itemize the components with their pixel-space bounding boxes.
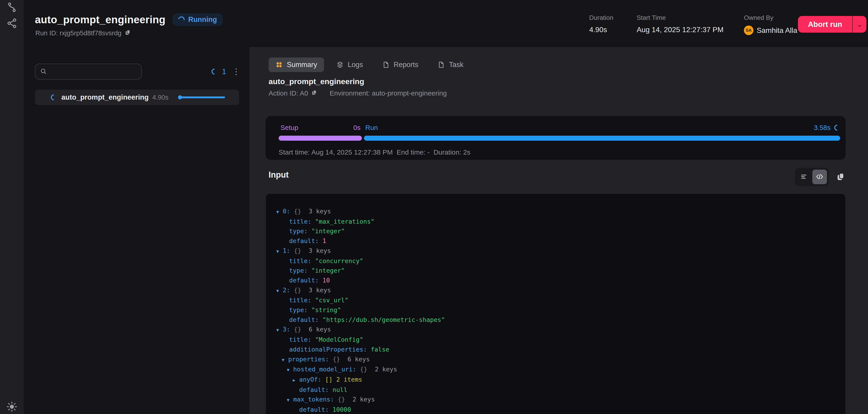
code-segment: {} <box>290 208 305 215</box>
theme-sun-icon[interactable] <box>6 401 17 412</box>
code-row: ▶anyOf: [] 2 items <box>266 375 845 385</box>
code-segment: 1 <box>319 237 326 244</box>
code-segment: 10000 <box>329 406 351 413</box>
code-row: type: "integer" <box>266 266 845 276</box>
tree-caret-icon[interactable]: ▼ <box>276 246 283 256</box>
sidebar-running-spinner-icon <box>210 67 219 76</box>
start-time-value: Aug 14, 2025 12:27:37 PM <box>637 26 731 34</box>
run-id: Run ID: rxjg5rp5d8tf78svsrdg <box>35 29 121 37</box>
search-input[interactable] <box>50 68 138 75</box>
code-segment: 6 keys <box>344 356 370 363</box>
copy-run-id-icon[interactable] <box>125 29 131 37</box>
run-header: auto_prompt_engineering Running Run ID: … <box>24 0 868 47</box>
copy-input-icon[interactable] <box>836 172 845 182</box>
search-icon <box>40 68 47 75</box>
main-content: SummaryLogsReportsTask auto_prompt_engin… <box>250 47 868 414</box>
tree-caret-icon[interactable]: ▼ <box>276 286 283 296</box>
code-row: default: 10000 <box>266 405 845 414</box>
code-row: ▼properties: {} 6 keys <box>266 354 845 365</box>
code-segment: default: <box>289 316 319 323</box>
timeline-card: Setup 0s Run 3.58s Start time: Aug 14, 2… <box>266 116 846 160</box>
environment-label: Environment: auto-prompt-engineering <box>330 90 447 97</box>
code-row: default: 10 <box>266 276 845 285</box>
tree-caret-icon[interactable]: ▼ <box>282 355 288 365</box>
action-item-name: auto_prompt_engineering <box>61 93 149 101</box>
action-item-progress-bar <box>179 97 225 98</box>
code-segment: "csv_url" <box>311 297 349 304</box>
code-row: ▼3: {} 6 keys <box>266 324 845 335</box>
code-segment: {} <box>290 247 305 254</box>
code-segment: "string" <box>308 306 341 313</box>
status-badge: Running <box>172 13 223 26</box>
code-row: default: null <box>266 385 845 395</box>
code-segment: {} <box>334 396 349 403</box>
tab-reports[interactable]: Reports <box>375 58 425 72</box>
code-segment: {} <box>356 366 371 373</box>
item-running-spinner-icon <box>50 93 58 102</box>
action-list-item[interactable]: auto_prompt_engineering 4.90s <box>35 90 239 105</box>
running-spinner-icon <box>177 15 186 24</box>
setup-phase-duration: 0s <box>353 124 361 132</box>
copy-action-id-icon[interactable] <box>311 90 317 97</box>
code-segment: title: <box>289 218 311 225</box>
code-segment: [] 2 items <box>321 376 362 383</box>
doc-icon <box>382 61 390 68</box>
view-toggle-group <box>795 168 829 186</box>
tab-task[interactable]: Task <box>431 58 470 72</box>
code-segment: hosted_model_uri: <box>293 366 356 373</box>
input-section-title: Input <box>269 170 289 180</box>
abort-options-chevron-icon[interactable]: ⌄ <box>852 16 866 33</box>
code-segment: 3 keys <box>305 247 331 254</box>
run-phase-spinner-icon <box>833 124 841 132</box>
code-icon <box>816 173 824 181</box>
code-segment: properties: <box>288 356 329 363</box>
tree-caret-icon[interactable]: ▼ <box>287 395 293 405</box>
code-segment: default: <box>289 237 319 244</box>
tab-logs[interactable]: Logs <box>330 58 370 72</box>
workflow-icon[interactable] <box>6 2 17 13</box>
doc-icon <box>437 61 445 68</box>
code-segment: "ModelConfig" <box>311 336 364 343</box>
tree-caret-icon[interactable]: ▼ <box>276 207 283 217</box>
action-searchbox[interactable] <box>35 64 142 79</box>
code-segment: title: <box>289 297 311 304</box>
tree-caret-icon[interactable]: ▼ <box>287 365 293 375</box>
code-segment: type: <box>289 267 308 274</box>
code-segment: 3: <box>283 326 290 333</box>
share-icon[interactable] <box>6 18 17 29</box>
setup-phase-bar <box>279 136 362 141</box>
owner-avatar: SA <box>744 26 753 35</box>
start-time-label: Start Time <box>637 14 731 22</box>
code-segment: 6 keys <box>305 326 331 333</box>
code-segment: {} <box>290 326 305 333</box>
tree-caret-icon[interactable]: ▶ <box>293 375 299 385</box>
code-rows: ▼0: {} 3 keystitle: "max_iterations"type… <box>266 207 845 414</box>
code-segment: 2 keys <box>371 366 397 373</box>
code-segment: "https://dub.sh/geometric-shapes" <box>319 316 445 323</box>
tab-summary[interactable]: Summary <box>269 58 324 72</box>
tree-caret-icon[interactable]: ▼ <box>276 325 283 335</box>
code-segment: false <box>367 346 389 353</box>
code-row: ▼1: {} 3 keys <box>266 246 845 256</box>
abort-split-button: Abort run ⌄ <box>798 16 866 33</box>
left-icon-rail <box>0 0 24 414</box>
setup-phase-label: Setup <box>280 124 298 132</box>
sidebar-kebab-menu-icon[interactable]: ⋮ <box>232 67 240 76</box>
code-segment: "integer" <box>308 228 345 235</box>
tab-bar: SummaryLogsReportsTask <box>269 58 470 72</box>
timeline-meta: Start time: Aug 14, 2025 12:27:38 PM End… <box>279 148 840 156</box>
action-id: Action ID: A0 <box>269 90 308 97</box>
action-item-duration: 4.90s <box>152 94 168 101</box>
text-view-toggle[interactable] <box>797 170 811 184</box>
code-view-toggle[interactable] <box>812 170 827 184</box>
code-segment: "max_iterations" <box>311 218 374 225</box>
run-phase-duration: 3.58s <box>814 124 831 132</box>
abort-run-button[interactable]: Abort run <box>798 16 852 33</box>
code-row: title: "csv_url" <box>266 296 845 305</box>
tab-label: Reports <box>394 61 418 69</box>
code-segment: 3 keys <box>305 286 331 294</box>
code-segment: max_tokens: <box>293 396 334 403</box>
code-segment: 2: <box>283 286 290 294</box>
code-segment: type: <box>289 306 308 313</box>
code-row: ▼hosted_model_uri: {} 2 keys <box>266 365 845 375</box>
